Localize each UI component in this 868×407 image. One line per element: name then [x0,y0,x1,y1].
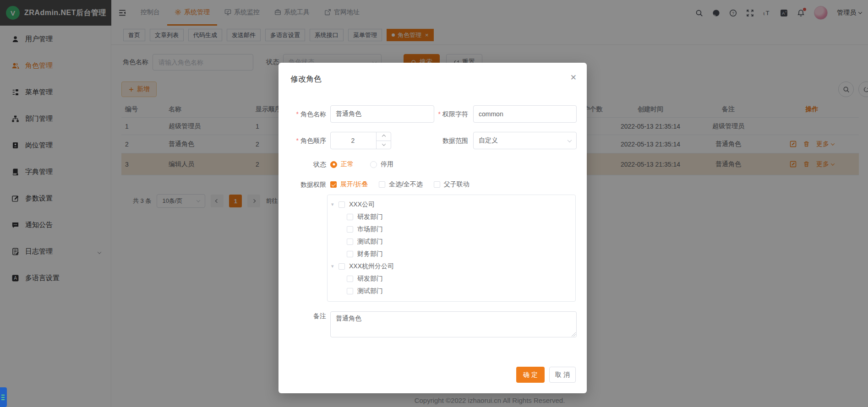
caret-down-icon[interactable]: ▾ [331,201,338,207]
status-radio-停用[interactable]: 停用 [370,160,393,168]
tree-leaf[interactable]: 测试部门 [328,235,575,248]
tree-leaf[interactable]: 市场部门 [328,223,575,235]
decrease-button[interactable] [377,141,391,149]
tree-leaf[interactable]: 研发部门 [328,272,575,285]
perm-char-input[interactable] [473,105,577,123]
tree-leaf[interactable]: 测试部门 [328,285,575,297]
tree-checkbox[interactable] [347,239,353,245]
role-name-field-label: *角色名称 [278,105,326,123]
status-widget [0,387,7,407]
status-radio-正常[interactable]: 正常 [330,160,354,168]
remark-textarea[interactable]: 普通角色 [330,311,577,337]
confirm-button[interactable]: 确 定 [516,367,545,383]
tree-checkbox[interactable] [347,276,353,282]
data-scope-select[interactable]: 自定义 [473,132,577,149]
data-perm-field-label: 数据权限 [278,176,326,193]
tree-checkbox[interactable] [338,263,345,270]
tree-checkbox[interactable] [338,201,345,208]
remark-field-label: 备注 [278,307,326,325]
tree-checkbox[interactable] [347,288,353,294]
chevron-down-icon [568,138,572,142]
close-icon[interactable]: ✕ [570,73,577,82]
data-perm-options: 展开/折叠全选/全不选父子联动 [330,179,480,190]
perm-option-展开/折叠[interactable]: 展开/折叠 [330,180,368,189]
role-order-input[interactable] [331,132,375,149]
dialog-title: 修改角色 [290,74,322,84]
tree-leaf[interactable]: 研发部门 [328,211,575,223]
department-tree: ▾XXX公司研发部门市场部门测试部门财务部门▾XXX杭州分公司研发部门测试部门 [327,195,576,302]
perm-char-field-label: *权限字符 [416,105,468,123]
perm-option-全选/全不选[interactable]: 全选/全不选 [379,180,423,189]
status-radio-group: 正常停用 [330,159,393,169]
tree-checkbox[interactable] [347,251,353,257]
tree-node[interactable]: ▾XXX公司 [328,198,575,211]
status-field-label: 状态 [278,156,326,173]
resize-handle[interactable] [572,332,576,336]
caret-down-icon[interactable]: ▾ [331,263,338,269]
tree-checkbox[interactable] [347,214,353,220]
data-scope-field-label: 数据范围 [416,132,468,149]
role-order-field-label: *角色顺序 [278,132,326,149]
increase-button[interactable] [377,132,391,141]
perm-option-父子联动[interactable]: 父子联动 [434,180,469,189]
cancel-button[interactable]: 取 消 [549,367,576,383]
tree-node[interactable]: ▾XXX杭州分公司 [328,260,575,272]
tree-leaf[interactable]: 财务部门 [328,248,575,260]
edit-role-dialog: 修改角色 ✕ *角色名称 *权限字符 *角色顺序 数据范围 自定义 状态 正常停… [278,63,587,393]
tree-checkbox[interactable] [347,226,353,233]
role-order-stepper [330,132,391,149]
